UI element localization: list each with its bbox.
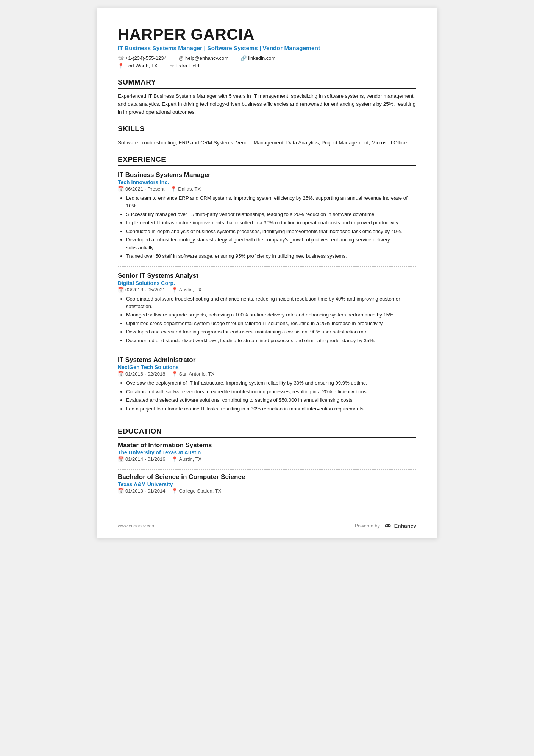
footer-brand: Powered by Enhancv — [355, 523, 416, 529]
experience-section: EXPERIENCE IT Business Systems Manager T… — [118, 155, 416, 419]
edu-0-dates: 📅 01/2014 - 01/2016 — [118, 456, 166, 462]
footer-website: www.enhancv.com — [118, 523, 155, 529]
job-2-location: 📍 San Antonio, TX — [172, 371, 215, 377]
contact-row-1: ☏ +1-(234)-555-1234 @ help@enhancv.com 🔗… — [118, 55, 416, 62]
job-2: IT Systems Administrator NextGen Tech So… — [118, 356, 416, 419]
list-item: Coordinated software troubleshooting and… — [126, 295, 416, 311]
phone-icon: ☏ — [118, 55, 124, 61]
contact-row-2: 📍 Fort Worth, TX ☆ Extra Field — [118, 63, 416, 70]
list-item: Oversaw the deployment of IT infrastruct… — [126, 379, 416, 387]
list-item: Successfully managed over 15 third-party… — [126, 211, 416, 218]
job-0: IT Business Systems Manager Tech Innovat… — [118, 171, 416, 267]
list-item: Led a team to enhance ERP and CRM system… — [126, 194, 416, 210]
job-2-dates: 📅 01/2016 - 02/2018 — [118, 371, 166, 377]
star-icon: ☆ — [170, 63, 174, 69]
edu-1-degree: Bachelor of Science in Computer Science — [118, 473, 416, 481]
contact-extra: ☆ Extra Field — [170, 63, 199, 69]
education-section: EDUCATION Master of Information Systems … — [118, 427, 416, 501]
contact-location: 📍 Fort Worth, TX — [118, 63, 158, 69]
header: HARPER GARCIA IT Business Systems Manage… — [118, 26, 416, 70]
education-title: EDUCATION — [118, 427, 416, 438]
list-item: Collaborated with software vendors to ex… — [126, 388, 416, 396]
list-item: Documented and standardized workflows, l… — [126, 337, 416, 344]
edu-0-location: 📍 Austin, TX — [172, 456, 202, 462]
job-1-location: 📍 Austin, TX — [172, 287, 202, 293]
candidate-title: IT Business Systems Manager | Software S… — [118, 45, 416, 52]
summary-section: SUMMARY Experienced IT Business Systems … — [118, 78, 416, 116]
list-item: Trained over 50 staff in software usage,… — [126, 252, 416, 260]
job-0-meta: 📅 06/2021 - Present 📍 Dallas, TX — [118, 186, 416, 192]
contact-linkedin: 🔗 linkedin.com — [240, 55, 275, 61]
job-1-bullets: Coordinated software troubleshooting and… — [126, 295, 416, 345]
list-item: Managed software upgrade projects, achie… — [126, 311, 416, 319]
calendar-icon: 📅 — [118, 287, 124, 293]
contact-phone: ☏ +1-(234)-555-1234 — [118, 55, 167, 61]
powered-by-label: Powered by — [355, 523, 380, 529]
location-icon-job1: 📍 — [172, 287, 178, 293]
job-1-title: Senior IT Systems Analyst — [118, 272, 416, 280]
job-0-title: IT Business Systems Manager — [118, 171, 416, 179]
edu-1-school: Texas A&M University — [118, 481, 416, 487]
job-1-dates: 📅 03/2018 - 05/2021 — [118, 287, 166, 293]
list-item: Optimized cross-departmental system usag… — [126, 320, 416, 327]
edu-0: Master of Information Systems The Univer… — [118, 441, 416, 470]
edu-1: Bachelor of Science in Computer Science … — [118, 473, 416, 501]
calendar-icon: 📅 — [118, 488, 124, 494]
list-item: Conducted in-depth analysis of business … — [126, 228, 416, 235]
skills-section: SKILLS Software Troubleshooting, ERP and… — [118, 125, 416, 147]
edu-1-dates: 📅 01/2010 - 01/2014 — [118, 488, 166, 494]
contact-email: @ help@enhancv.com — [179, 55, 228, 61]
summary-title: SUMMARY — [118, 78, 416, 89]
location-icon-edu0: 📍 — [172, 456, 178, 462]
location-icon-edu1: 📍 — [172, 488, 178, 494]
calendar-icon: 📅 — [118, 456, 124, 462]
summary-text: Experienced IT Business Systems Manager … — [118, 92, 416, 116]
list-item: Evaluated and selected software solution… — [126, 396, 416, 404]
job-1-company: Digital Solutions Corp. — [118, 280, 416, 286]
resume-page: HARPER GARCIA IT Business Systems Manage… — [97, 8, 437, 538]
infinity-icon — [383, 523, 393, 529]
page-footer: www.enhancv.com Powered by Enhancv — [118, 523, 416, 529]
location-icon-job0: 📍 — [170, 186, 176, 192]
brand-name: Enhancv — [394, 523, 416, 529]
job-0-bullets: Led a team to enhance ERP and CRM system… — [126, 194, 416, 260]
list-item: Implemented IT infrastructure improvemen… — [126, 219, 416, 227]
calendar-icon: 📅 — [118, 186, 124, 192]
job-1: Senior IT Systems Analyst Digital Soluti… — [118, 272, 416, 351]
list-item: Led a project to automate routine IT tas… — [126, 405, 416, 413]
location-icon: 📍 — [118, 63, 124, 69]
candidate-name: HARPER GARCIA — [118, 26, 416, 43]
job-0-location: 📍 Dallas, TX — [170, 186, 201, 192]
skills-title: SKILLS — [118, 125, 416, 135]
job-2-company: NextGen Tech Solutions — [118, 364, 416, 370]
job-1-meta: 📅 03/2018 - 05/2021 📍 Austin, TX — [118, 287, 416, 293]
calendar-icon: 📅 — [118, 371, 124, 377]
enhancv-logo: Enhancv — [383, 523, 416, 529]
location-icon-job2: 📍 — [172, 371, 178, 377]
edu-1-location: 📍 College Station, TX — [172, 488, 222, 494]
list-item: Developed and executed training programs… — [126, 328, 416, 336]
edu-0-meta: 📅 01/2014 - 01/2016 📍 Austin, TX — [118, 456, 416, 462]
job-0-dates: 📅 06/2021 - Present — [118, 186, 164, 192]
job-2-title: IT Systems Administrator — [118, 356, 416, 364]
link-icon: 🔗 — [240, 55, 247, 61]
list-item: Developed a robust technology stack stra… — [126, 236, 416, 252]
edu-0-school: The University of Texas at Austin — [118, 449, 416, 455]
experience-title: EXPERIENCE — [118, 155, 416, 166]
job-0-company: Tech Innovators Inc. — [118, 179, 416, 185]
job-2-meta: 📅 01/2016 - 02/2018 📍 San Antonio, TX — [118, 371, 416, 377]
edu-0-degree: Master of Information Systems — [118, 441, 416, 449]
job-2-bullets: Oversaw the deployment of IT infrastruct… — [126, 379, 416, 413]
skills-text: Software Troubleshooting, ERP and CRM Sy… — [118, 139, 416, 147]
edu-1-meta: 📅 01/2010 - 01/2014 📍 College Station, T… — [118, 488, 416, 494]
email-icon: @ — [179, 55, 184, 61]
